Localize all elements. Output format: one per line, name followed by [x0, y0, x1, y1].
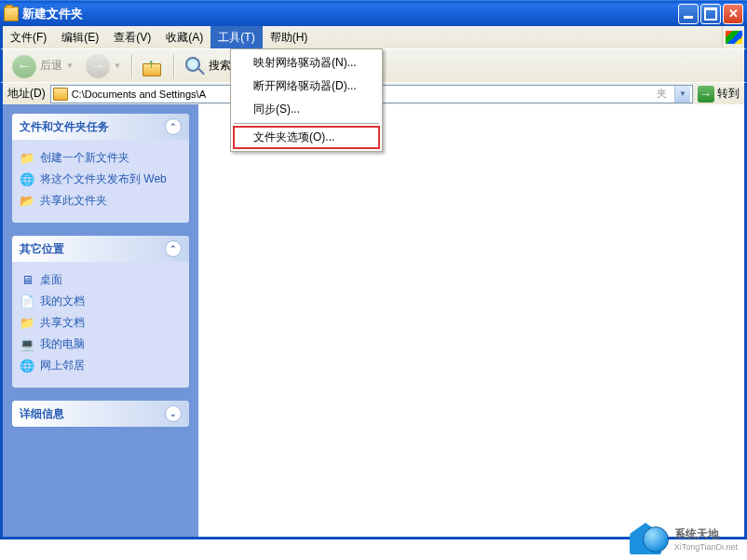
task-share-folder[interactable]: 📂 共享此文件夹: [20, 190, 182, 212]
menu-tools[interactable]: 工具(T): [211, 26, 262, 48]
panel-other-places: 其它位置 ⌃ 🖥 桌面 📄 我的文档 📁 共享文档 💻 我的电: [12, 236, 189, 388]
panel-header[interactable]: 其它位置 ⌃: [12, 236, 189, 262]
place-network[interactable]: 🌐 网上邻居: [20, 355, 182, 376]
task-publish-web[interactable]: 🌐 将这个文件夹发布到 Web: [20, 169, 182, 190]
place-my-documents[interactable]: 📄 我的文档: [20, 291, 182, 312]
close-button[interactable]: [723, 4, 743, 24]
publish-web-icon: 🌐: [20, 171, 34, 186]
expand-icon[interactable]: ⌄: [165, 405, 182, 422]
menu-synchronize[interactable]: 同步(S)...: [233, 98, 380, 121]
share-folder-icon: 📂: [20, 193, 34, 208]
search-label: 搜索: [209, 58, 231, 74]
watermark: 系统天地 XiTongTianDi.net: [630, 523, 738, 554]
dropdown-separator: [234, 123, 379, 124]
go-button[interactable]: → 转到: [698, 86, 740, 102]
menu-map-network-drive[interactable]: 映射网络驱动器(N)...: [233, 51, 380, 75]
content-area: 文件和文件夹任务 ⌃ 📁 创建一个新文件夹 🌐 将这个文件夹发布到 Web 📂 …: [0, 104, 747, 540]
titlebar: 新建文件夹: [0, 0, 747, 26]
place-desktop[interactable]: 🖥 桌面: [20, 269, 182, 291]
chevron-down-icon: ▼: [114, 61, 121, 70]
up-button[interactable]: ↑: [138, 53, 168, 79]
watermark-logo-icon: [630, 523, 669, 554]
my-computer-icon: 💻: [20, 336, 34, 351]
forward-arrow-icon: →: [86, 54, 110, 78]
panel-title: 文件和文件夹任务: [20, 119, 109, 135]
folder-new-icon: 📁: [20, 150, 34, 165]
menu-favorites[interactable]: 收藏(A): [158, 26, 211, 48]
back-button[interactable]: ← 后退 ▼: [7, 51, 78, 81]
desktop-icon: 🖥: [20, 272, 34, 287]
place-my-computer[interactable]: 💻 我的电脑: [20, 334, 182, 355]
maximize-button[interactable]: [700, 4, 721, 24]
menu-help[interactable]: 帮助(H): [263, 26, 316, 48]
menu-disconnect-drive[interactable]: 断开网络驱动器(D)...: [233, 75, 380, 98]
go-label: 转到: [717, 86, 740, 102]
menu-edit[interactable]: 编辑(E): [54, 26, 106, 48]
search-icon: [184, 56, 205, 76]
task-label: 将这个文件夹发布到 Web: [40, 171, 167, 187]
folder-icon: [53, 88, 68, 101]
task-label: 共享文档: [40, 315, 85, 331]
go-arrow-icon: →: [698, 86, 714, 102]
up-folder-icon: ↑: [143, 56, 163, 76]
task-label: 创建一个新文件夹: [40, 150, 129, 166]
file-list-area[interactable]: [198, 104, 744, 537]
place-shared-docs[interactable]: 📁 共享文档: [20, 312, 182, 334]
menu-folder-options[interactable]: 文件夹选项(O)...: [233, 126, 380, 149]
panel-title: 其它位置: [20, 241, 64, 257]
collapse-icon[interactable]: ⌃: [165, 240, 182, 257]
task-label: 桌面: [40, 272, 62, 288]
shared-docs-icon: 📁: [20, 315, 34, 330]
address-label: 地址(D): [7, 86, 46, 102]
panel-details: 详细信息 ⌄: [12, 401, 189, 427]
windows-flag-icon: [722, 26, 744, 48]
tools-dropdown: 映射网络驱动器(N)... 断开网络驱动器(D)... 同步(S)... 文件夹…: [230, 48, 383, 152]
sidebar: 文件和文件夹任务 ⌃ 📁 创建一个新文件夹 🌐 将这个文件夹发布到 Web 📂 …: [3, 104, 198, 537]
back-arrow-icon: ←: [12, 54, 36, 78]
collapse-icon[interactable]: ⌃: [165, 118, 182, 135]
menu-view[interactable]: 查看(V): [106, 26, 158, 48]
folder-icon: [4, 7, 19, 21]
my-documents-icon: 📄: [20, 294, 34, 308]
task-create-folder[interactable]: 📁 创建一个新文件夹: [20, 147, 182, 169]
minimize-button[interactable]: [678, 4, 699, 24]
back-label: 后退: [40, 58, 62, 74]
panel-file-tasks: 文件和文件夹任务 ⌃ 📁 创建一个新文件夹 🌐 将这个文件夹发布到 Web 📂 …: [12, 114, 189, 223]
address-dropdown-button[interactable]: ▼: [674, 86, 690, 102]
task-label: 共享此文件夹: [40, 193, 107, 209]
menu-file[interactable]: 文件(F): [3, 26, 54, 48]
menubar: 文件(F) 编辑(E) 查看(V) 收藏(A) 工具(T) 帮助(H) 映射网络…: [0, 26, 747, 48]
toolbar-separator: [131, 54, 132, 78]
panel-title: 详细信息: [20, 406, 64, 422]
watermark-text: 系统天地 XiTongTianDi.net: [674, 526, 738, 552]
network-places-icon: 🌐: [20, 358, 34, 373]
toolbar-separator: [173, 54, 174, 78]
window-title: 新建文件夹: [22, 6, 678, 22]
watermark-url: XiTongTianDi.net: [674, 542, 738, 552]
task-label: 我的电脑: [40, 336, 85, 352]
search-button[interactable]: 搜索: [180, 53, 236, 79]
panel-header[interactable]: 文件和文件夹任务 ⌃: [12, 114, 189, 140]
panel-header[interactable]: 详细信息 ⌄: [12, 401, 189, 427]
forward-button[interactable]: → ▼: [81, 51, 126, 81]
task-label: 我的文档: [40, 294, 85, 309]
watermark-brand: 系统天地: [674, 527, 719, 540]
chevron-down-icon: ▼: [66, 61, 74, 70]
task-label: 网上邻居: [40, 358, 85, 374]
